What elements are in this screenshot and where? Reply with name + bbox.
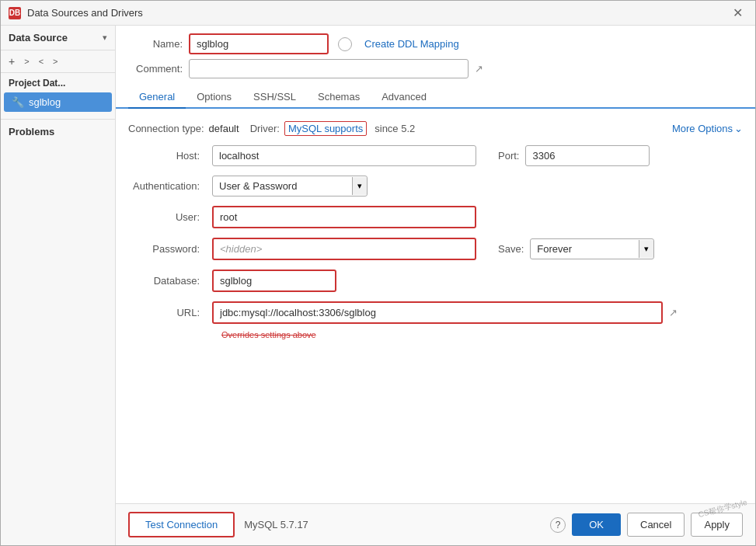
add-datasource-button[interactable]: + [5, 54, 18, 69]
name-label: Name: [128, 38, 183, 50]
sidebar-arrow-icon: ▾ [103, 33, 107, 43]
port-input[interactable] [525, 145, 650, 166]
help-button[interactable]: ? [550, 517, 566, 533]
window-title: Data Sources and Drivers [27, 7, 143, 19]
footer-left: Test Connection MySQL 5.7.17 [128, 512, 308, 537]
url-row: URL: ↗ Overrides settings above [116, 297, 755, 344]
comment-label: Comment: [128, 63, 183, 75]
auth-label: Authentication: [128, 180, 206, 192]
tab-general[interactable]: General [128, 86, 186, 109]
user-input[interactable] [212, 206, 476, 228]
overrides-text: Overrides settings above [128, 330, 316, 339]
host-input[interactable] [212, 145, 476, 166]
database-label: Database: [128, 275, 206, 287]
driver-label: Driver: [250, 123, 280, 134]
app-icon: DB [9, 7, 21, 19]
back-button[interactable]: < [36, 55, 47, 68]
save-select-value: Forever [531, 239, 639, 259]
datasource-icon: 🔧 [12, 96, 24, 108]
database-row: Database: [116, 265, 755, 297]
user-label: User: [128, 211, 206, 223]
sidebar-header: Data Source ▾ [1, 26, 115, 50]
tabs-bar: General Options SSH/SSL Schemas Advanced [116, 86, 755, 109]
url-label: URL: [128, 307, 206, 318]
title-bar-left: DB Data Sources and Drivers [9, 7, 143, 19]
url-input[interactable] [212, 301, 663, 324]
comment-input[interactable] [189, 59, 469, 78]
expand-icon: ↗ [475, 63, 483, 75]
close-button[interactable]: ✕ [728, 4, 747, 22]
url-input-row: URL: ↗ [128, 301, 743, 324]
mysql-version: MySQL 5.7.17 [244, 519, 308, 530]
user-row: User: [116, 201, 755, 233]
form-area: Connection type: default Driver: MySQL s… [116, 109, 755, 503]
sidebar-item-label: sglblog [29, 96, 61, 108]
more-options-button[interactable]: More Options ⌄ [672, 123, 743, 134]
auth-dropdown-icon: ▾ [352, 177, 367, 195]
auth-select[interactable]: User & Password ▾ [212, 176, 368, 196]
main-window: DB Data Sources and Drivers ✕ Data Sourc… [0, 0, 756, 546]
url-expand-icon: ↗ [669, 307, 678, 318]
sidebar-title: Data Source [9, 32, 68, 43]
sidebar-problems: Problems [1, 119, 115, 144]
main-content: Data Source ▾ + > < > Project Dat... 🔧 s… [1, 26, 755, 545]
port-label: Port: [483, 150, 519, 162]
ok-button[interactable]: OK [572, 513, 621, 536]
save-select[interactable]: Forever ▾ [530, 238, 654, 259]
save-dropdown-icon: ▾ [639, 240, 653, 258]
name-circle-icon [338, 37, 352, 51]
sidebar: Data Source ▾ + > < > Project Dat... 🔧 s… [1, 26, 116, 545]
tab-options[interactable]: Options [186, 86, 242, 109]
comment-row: Comment: ↗ [116, 57, 755, 83]
since-text: since 5.2 [375, 123, 415, 134]
sidebar-toolbar: + > < > [1, 50, 115, 73]
create-ddl-link[interactable]: Create DDL Mapping [364, 38, 459, 50]
auth-select-value: User & Password [213, 176, 352, 196]
password-row: Password: Save: Forever ▾ [116, 233, 755, 265]
save-label: Save: [483, 243, 524, 255]
connection-type-value: default [209, 123, 239, 134]
driver-link[interactable]: MySQL supports [284, 121, 367, 136]
connection-type-row: Connection type: default Driver: MySQL s… [116, 117, 755, 141]
name-input[interactable] [189, 33, 329, 54]
sidebar-section-label: Project Dat... [1, 73, 115, 92]
test-connection-button[interactable]: Test Connection [128, 512, 235, 537]
tab-advanced[interactable]: Advanced [371, 86, 437, 109]
connection-type-label: Connection type: [128, 123, 204, 134]
more-options-chevron-icon: ⌄ [734, 123, 743, 134]
next-button[interactable]: > [50, 55, 61, 68]
tab-schemas[interactable]: Schemas [307, 86, 371, 109]
sidebar-item-sglblog[interactable]: 🔧 sglblog [4, 92, 112, 112]
footer: Test Connection MySQL 5.7.17 ? OK Cancel… [116, 503, 755, 545]
password-input[interactable] [212, 238, 476, 260]
forward-button[interactable]: > [21, 55, 32, 68]
right-panel: Name: Create DDL Mapping Comment: ↗ Gene… [116, 26, 755, 545]
cancel-button[interactable]: Cancel [627, 513, 685, 537]
host-label: Host: [128, 150, 206, 162]
auth-row: Authentication: User & Password ▾ [116, 171, 755, 201]
database-input[interactable] [212, 270, 336, 292]
host-row: Host: Port: [116, 141, 755, 171]
tab-ssh-ssl[interactable]: SSH/SSL [242, 86, 307, 109]
password-label: Password: [128, 243, 206, 255]
name-row: Name: Create DDL Mapping [116, 26, 755, 57]
title-bar: DB Data Sources and Drivers ✕ [1, 1, 755, 26]
